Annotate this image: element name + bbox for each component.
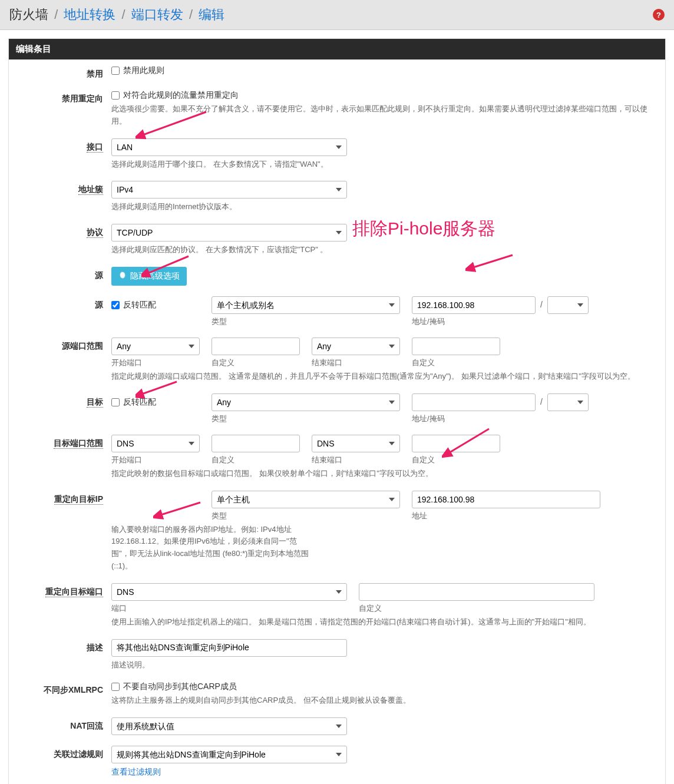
nosync-help: 这将防止主服务器上的规则自动同步到其他CARP成员。 但不会阻止规则被从设备覆盖…	[111, 694, 656, 707]
destport-to-select[interactable]: DNS	[312, 435, 400, 452]
nosync-checkbox-label: 不要自动同步到其他CARP成员	[123, 682, 237, 692]
nosync-checkbox[interactable]	[111, 683, 120, 691]
srcport-to-label: 结束端口	[312, 358, 400, 368]
dest-label: 目标	[87, 397, 103, 408]
srcport-from-custom	[212, 338, 300, 355]
source-type-select[interactable]: 单个主机或别名	[212, 296, 400, 314]
noredir-label: 禁用重定向	[62, 94, 103, 103]
destport-fromcustom-label: 自定义	[212, 455, 300, 465]
srcport-to-custom	[412, 338, 500, 355]
redirport-custom	[359, 583, 594, 601]
disable-checkbox-label: 禁用此规则	[123, 65, 164, 76]
destport-from-custom	[212, 435, 300, 452]
nosync-label: 不同步XMLRPC	[44, 685, 103, 694]
desc-help: 描述说明。	[111, 659, 656, 671]
srcport-to-select[interactable]: Any	[312, 338, 400, 355]
filterrule-select[interactable]: 规则将其他出站DNS查询重定向到PiHole	[111, 746, 347, 763]
destport-to-custom	[412, 435, 500, 452]
redirip-address-input[interactable]	[412, 491, 600, 508]
source-invert-checkbox[interactable]	[111, 301, 120, 309]
source-mask-select[interactable]	[547, 296, 589, 314]
disable-label: 禁用	[87, 69, 103, 78]
disable-checkbox[interactable]	[111, 67, 120, 75]
interface-label: 接口	[87, 142, 103, 153]
redirport-custom-label: 自定义	[359, 603, 594, 614]
help-icon[interactable]: ?	[653, 9, 665, 21]
redirip-type-select[interactable]: 单个主机	[212, 491, 400, 508]
destport-to-label: 结束端口	[312, 455, 400, 465]
panel-title: 编辑条目	[9, 39, 665, 59]
source-label: 源	[95, 300, 103, 309]
breadcrumb: 防火墙 / 地址转换 / 端口转发 / 编辑	[9, 6, 224, 24]
srcport-fromcustom-label: 自定义	[212, 358, 300, 368]
source-address-input[interactable]	[412, 296, 536, 314]
addrfam-help: 选择此规则适用的Internet协议版本。	[111, 201, 656, 213]
dest-invert-label: 反转匹配	[123, 397, 156, 408]
gear-icon	[118, 271, 127, 281]
protocol-label: 协议	[87, 227, 103, 238]
redirip-label: 重定向目标IP	[54, 494, 103, 505]
destport-help: 指定此映射的数据包目标端口或端口范围。 如果仅映射单个端口，则"结束端口"字段可…	[111, 468, 656, 480]
srcport-label: 源端口范围	[62, 341, 103, 350]
destport-label: 目标端口范围	[54, 438, 103, 449]
dest-type-select[interactable]: Any	[212, 393, 400, 411]
noredir-checkbox-label: 对符合此规则的流量禁用重定向	[123, 90, 239, 101]
filterrule-label: 关联过滤规则	[54, 749, 103, 759]
redirport-port-label: 端口	[111, 603, 347, 614]
redirip-address-label: 地址	[412, 511, 600, 521]
protocol-help: 选择此规则应匹配的协议。 在大多数情况下，应该指定"TCP" 。	[111, 244, 656, 256]
redirip-type-label: 类型	[212, 511, 400, 521]
noredir-checkbox[interactable]	[111, 91, 120, 100]
dest-mask-select[interactable]	[547, 393, 589, 411]
source-btn-label: 源	[95, 270, 103, 280]
addrfam-label: 地址簇	[78, 184, 103, 195]
interface-select[interactable]: LAN	[111, 138, 347, 156]
dest-address-input	[412, 393, 536, 411]
source-type-label: 类型	[212, 316, 400, 327]
interface-help: 选择此规则适用于哪个接口。 在大多数情况下，请指定"WAN"。	[111, 158, 656, 171]
destport-from-label: 开始端口	[111, 455, 200, 465]
srcport-help: 指定此规则的源端口或端口范围。 这通常是随机的，并且几乎不会等于目标端口范围(通…	[111, 371, 656, 383]
natreflect-label: NAT回流	[70, 721, 103, 730]
protocol-select[interactable]: TCP/UDP	[111, 224, 347, 242]
dest-invert-checkbox[interactable]	[111, 398, 120, 406]
source-mask-label: 地址/掩码	[412, 316, 589, 327]
noredir-help: 此选项很少需要。如果不充分了解其含义，请不要使用它。选中时，表示如果匹配此规则，…	[111, 103, 656, 128]
view-filter-rule-link[interactable]: 查看过滤规则	[111, 767, 161, 776]
srcport-tocustom-label: 自定义	[412, 358, 500, 368]
redirport-label: 重定向目标端口	[45, 587, 103, 597]
breadcrumb-root: 防火墙	[9, 7, 48, 22]
dest-mask-label: 地址/掩码	[412, 413, 589, 424]
srcport-from-select[interactable]: Any	[111, 338, 200, 355]
srcport-from-label: 开始端口	[111, 358, 200, 368]
redirport-select[interactable]: DNS	[111, 583, 347, 601]
desc-label: 描述	[87, 643, 103, 652]
breadcrumb-nat[interactable]: 地址转换	[64, 7, 115, 22]
desc-input[interactable]	[111, 639, 347, 657]
breadcrumb-edit[interactable]: 编辑	[199, 7, 224, 22]
destport-tocustom-label: 自定义	[412, 455, 500, 465]
breadcrumb-portfwd[interactable]: 端口转发	[131, 7, 183, 22]
source-invert-label: 反转匹配	[123, 300, 156, 310]
dest-type-label: 类型	[212, 413, 400, 424]
destport-from-select[interactable]: DNS	[111, 435, 200, 452]
natreflect-select[interactable]: 使用系统默认值	[111, 717, 347, 735]
hide-advanced-button[interactable]: 隐藏高级选项	[111, 267, 187, 286]
redirport-help: 使用上面输入的IP地址指定机器上的端口。 如果是端口范围，请指定范围的开始端口(…	[111, 616, 656, 628]
addrfam-select[interactable]: IPv4	[111, 181, 347, 199]
redirip-help: 输入要映射端口的服务器内部IP地址。例如: IPv4地址 192.168.1.1…	[111, 524, 312, 573]
